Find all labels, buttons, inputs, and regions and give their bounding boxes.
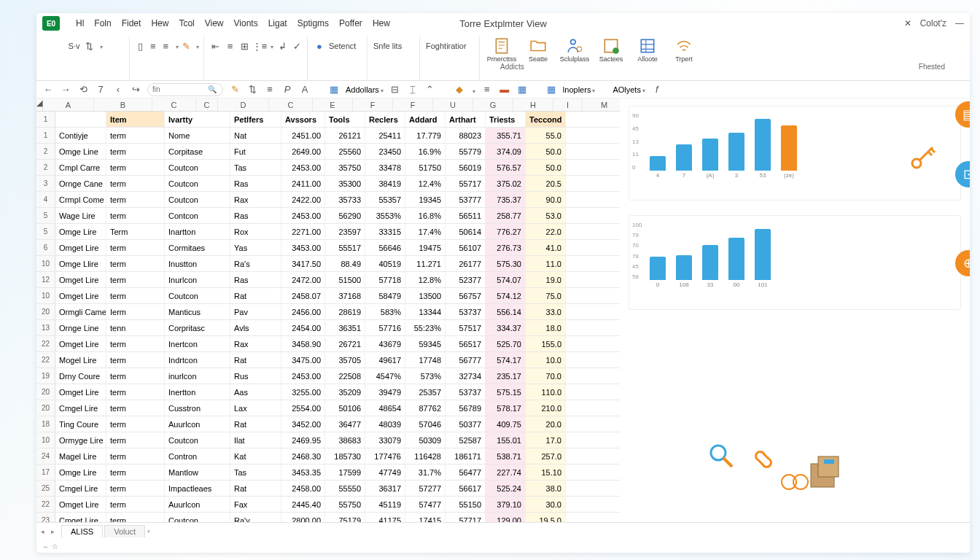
close-icon[interactable]: ✕ bbox=[904, 18, 911, 28]
cell[interactable]: 19345 bbox=[405, 192, 446, 207]
fog-button[interactable]: Foghtiratior bbox=[426, 42, 467, 50]
cell[interactable]: Term bbox=[106, 224, 165, 239]
cell[interactable]: term bbox=[106, 208, 165, 223]
cell[interactable]: term bbox=[106, 272, 165, 287]
cell[interactable]: 43679 bbox=[365, 336, 405, 351]
cell[interactable]: 50614 bbox=[446, 224, 486, 239]
cell[interactable]: 575.15 bbox=[486, 384, 526, 400]
cell[interactable]: 276.73 bbox=[486, 240, 526, 255]
cell[interactable]: Auurlcon bbox=[165, 416, 230, 432]
cell[interactable]: Omge Lire bbox=[55, 464, 106, 480]
cell[interactable]: 37168 bbox=[325, 288, 365, 303]
cell[interactable]: term bbox=[106, 256, 165, 271]
cell[interactable]: 55150 bbox=[446, 497, 486, 512]
redo-icon[interactable]: ↪ bbox=[130, 84, 141, 96]
cell[interactable]: Contron bbox=[165, 448, 230, 464]
grid-body[interactable]: 1ItemIvarttyPetlfersAvssorsToolsReclersA… bbox=[36, 112, 620, 522]
cell[interactable]: 177476 bbox=[365, 448, 405, 464]
table-icon[interactable]: ▦ bbox=[545, 84, 557, 96]
cell[interactable]: Inurlcon bbox=[165, 272, 230, 287]
cell[interactable]: 53737 bbox=[446, 384, 486, 400]
list-icon[interactable]: ⋮≡ bbox=[254, 40, 265, 52]
column-header[interactable]: E bbox=[313, 98, 353, 111]
row-header[interactable]: 17 bbox=[36, 464, 55, 480]
row-header[interactable]: 10 bbox=[36, 432, 55, 448]
cell[interactable]: 25411 bbox=[365, 128, 405, 143]
column-header[interactable]: F bbox=[353, 98, 393, 111]
cell[interactable]: term bbox=[106, 160, 165, 175]
cell[interactable]: 2456.00 bbox=[281, 304, 325, 319]
lnoplers-button[interactable]: lnoplers bbox=[563, 85, 596, 94]
back-icon[interactable]: ← bbox=[42, 84, 54, 96]
cell[interactable]: 186171 bbox=[446, 448, 486, 464]
cell[interactable]: 576.57 bbox=[486, 160, 526, 175]
menu-item[interactable]: Poffer bbox=[339, 18, 362, 28]
row-header[interactable]: 24 bbox=[36, 448, 55, 464]
cell[interactable]: 19.5.0 bbox=[526, 513, 566, 522]
cell[interactable]: 57517 bbox=[446, 320, 486, 335]
cell[interactable]: 35733 bbox=[325, 192, 365, 207]
cell[interactable]: 50377 bbox=[446, 416, 486, 432]
cell[interactable]: Ra's bbox=[230, 256, 281, 271]
cell[interactable]: Coutcon bbox=[165, 192, 230, 207]
header-cell[interactable]: Reclers bbox=[365, 112, 405, 127]
row-header[interactable]: 5 bbox=[36, 208, 55, 223]
cell[interactable]: 33079 bbox=[365, 432, 405, 448]
cell[interactable]: 2649.00 bbox=[281, 144, 325, 159]
cell[interactable]: 129.00 bbox=[486, 513, 526, 522]
chevron-left-icon[interactable]: ‹ bbox=[112, 84, 124, 96]
cell[interactable]: 525.70 bbox=[486, 336, 526, 351]
cell[interactable]: Crmpl Come bbox=[55, 192, 106, 207]
align-icon[interactable]: ≡ bbox=[149, 40, 158, 52]
column-header[interactable]: F bbox=[393, 98, 433, 111]
cell[interactable]: 25357 bbox=[405, 384, 446, 400]
cell[interactable]: Ormyge Lire bbox=[55, 432, 106, 448]
row-header[interactable]: 23 bbox=[36, 513, 55, 522]
cell[interactable]: 13344 bbox=[405, 304, 446, 319]
text-icon[interactable]: A bbox=[299, 84, 311, 96]
ribbon-big-alloote[interactable]: Alloote bbox=[631, 36, 664, 63]
ribbon-big-prnercttss[interactable]: Prnercttss bbox=[486, 36, 518, 63]
cell[interactable]: 30.0 bbox=[526, 497, 566, 512]
cell[interactable]: 583% bbox=[365, 304, 405, 319]
cell[interactable]: Rat bbox=[230, 481, 281, 496]
tab-prev-icon[interactable]: ◂ bbox=[41, 528, 50, 535]
cell[interactable]: 20.0 bbox=[526, 416, 566, 432]
cell[interactable]: term bbox=[106, 240, 165, 255]
cell[interactable]: 57046 bbox=[405, 416, 446, 432]
cell[interactable]: 17.0 bbox=[526, 432, 566, 448]
sheet-tab[interactable]: Voluct bbox=[104, 525, 145, 537]
search-icon[interactable]: 🔍 bbox=[206, 84, 218, 96]
cell[interactable]: 355.71 bbox=[486, 128, 526, 143]
cell[interactable]: Cmgel Lire bbox=[55, 481, 106, 496]
cell[interactable]: 375.02 bbox=[486, 176, 526, 191]
cell[interactable]: 58479 bbox=[365, 288, 405, 303]
cell[interactable]: 50.0 bbox=[526, 144, 566, 159]
header-cell[interactable]: Avssors bbox=[281, 112, 325, 127]
cell[interactable]: Cmpl Carre bbox=[55, 160, 106, 175]
cell[interactable]: 2454.00 bbox=[281, 320, 325, 335]
row-header[interactable]: 12 bbox=[36, 272, 55, 287]
snfe-button[interactable]: Snfe lits bbox=[373, 42, 402, 50]
italic-icon[interactable]: P bbox=[281, 84, 293, 96]
header-cell[interactable]: Petlfers bbox=[230, 112, 281, 127]
cell[interactable]: 116428 bbox=[405, 448, 446, 464]
cell[interactable]: Fut bbox=[230, 144, 281, 159]
cell[interactable]: Cusstron bbox=[165, 400, 230, 416]
cell[interactable]: 2451.00 bbox=[281, 128, 325, 143]
cell[interactable]: 55717 bbox=[446, 176, 486, 191]
column-header[interactable]: I bbox=[553, 98, 583, 111]
cell[interactable]: 39479 bbox=[365, 384, 405, 400]
cell[interactable]: Coutcon bbox=[165, 176, 230, 191]
ribbon-big-sactees[interactable]: Sactees bbox=[595, 36, 627, 63]
column-header[interactable]: G bbox=[473, 98, 513, 111]
cell[interactable]: 56517 bbox=[446, 336, 486, 351]
cell[interactable]: Nome bbox=[165, 128, 230, 143]
cell[interactable]: 3255.00 bbox=[281, 384, 325, 400]
cell[interactable]: 55357 bbox=[365, 192, 405, 207]
cell[interactable]: Corpritasc bbox=[165, 320, 230, 335]
currency-icon[interactable]: ▦ bbox=[328, 84, 340, 96]
cell[interactable]: 48039 bbox=[365, 416, 405, 432]
cell[interactable]: 56617 bbox=[446, 481, 486, 496]
cell[interactable]: 2453.00 bbox=[281, 160, 325, 175]
